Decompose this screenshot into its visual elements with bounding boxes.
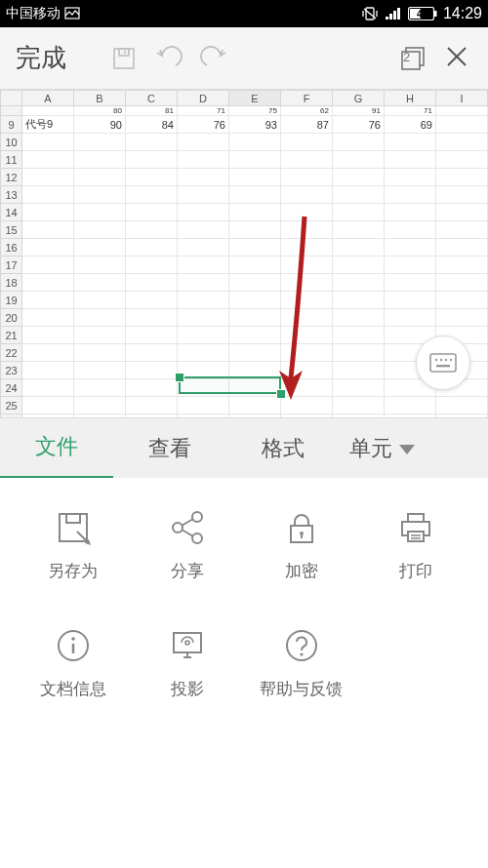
cell[interactable] [333,151,385,169]
cell[interactable] [436,186,488,204]
cell[interactable] [22,256,74,274]
cell[interactable] [126,204,178,221]
cell[interactable] [333,204,385,221]
cell[interactable] [22,239,74,256]
cell[interactable] [333,327,385,344]
cell[interactable] [229,309,281,327]
cell[interactable] [22,414,74,418]
cell[interactable] [22,169,74,186]
row-header[interactable]: 23 [1,362,22,379]
cell[interactable]: 93 [229,116,281,134]
cell[interactable]: 91 [333,106,385,116]
cell[interactable] [74,169,126,186]
pages-icon[interactable]: 2 [390,36,435,81]
col-header-E[interactable]: E [229,91,281,106]
cell[interactable] [333,292,385,309]
cell[interactable] [385,292,436,309]
cell[interactable] [333,169,385,186]
col-header-H[interactable]: H [385,91,436,106]
cell[interactable] [22,327,74,344]
cell[interactable] [178,414,229,418]
cell[interactable]: 71 [385,106,436,116]
menu-help[interactable]: 帮助与反馈 [244,623,358,700]
cell[interactable] [74,292,126,309]
cell[interactable] [436,256,488,274]
cell[interactable] [281,239,333,256]
cell[interactable] [178,239,229,256]
cell[interactable]: 69 [385,116,436,134]
keyboard-fab[interactable] [416,335,470,390]
tab-more[interactable]: 单元 [340,434,488,463]
cell[interactable] [229,204,281,221]
cell[interactable] [385,221,436,239]
cell[interactable] [178,327,229,344]
menu-save-as[interactable]: 另存为 [16,505,130,582]
cell[interactable] [229,327,281,344]
cell[interactable] [385,309,436,327]
cell[interactable] [178,151,229,169]
undo-icon[interactable] [146,36,191,81]
cell[interactable] [22,151,74,169]
cell[interactable] [74,239,126,256]
cell[interactable] [22,344,74,362]
cell[interactable] [74,327,126,344]
cell[interactable]: 75 [229,106,281,116]
row-header[interactable]: 12 [1,169,22,186]
col-header-G[interactable]: G [333,91,385,106]
row-header[interactable]: 21 [1,327,22,344]
col-header-B[interactable]: B [74,91,126,106]
cell[interactable] [333,221,385,239]
cell[interactable] [436,169,488,186]
redo-icon[interactable] [191,36,236,81]
cell[interactable]: 76 [178,116,229,134]
cell[interactable] [281,151,333,169]
cell[interactable] [281,292,333,309]
col-header-F[interactable]: F [281,91,333,106]
cell[interactable] [126,239,178,256]
cell[interactable] [333,134,385,151]
save-icon[interactable] [102,36,146,81]
cell[interactable]: 80 [74,106,126,116]
cell[interactable] [436,239,488,256]
cell[interactable] [281,362,333,379]
row-header[interactable]: 17 [1,256,22,274]
cell[interactable] [178,186,229,204]
cell[interactable] [229,414,281,418]
cell[interactable] [178,134,229,151]
cell[interactable] [74,204,126,221]
menu-print[interactable]: 打印 [358,505,472,582]
cell[interactable] [126,186,178,204]
cell[interactable] [22,134,74,151]
cell[interactable] [126,379,178,397]
cell[interactable] [178,274,229,292]
cell[interactable] [281,397,333,414]
col-header-D[interactable]: D [178,91,229,106]
row-header[interactable]: 9 [1,116,22,134]
cell[interactable] [385,169,436,186]
cell[interactable] [74,186,126,204]
cell[interactable] [385,134,436,151]
cell[interactable] [178,379,229,397]
cell[interactable] [281,256,333,274]
cell[interactable] [436,151,488,169]
col-header-C[interactable]: C [126,91,178,106]
cell[interactable] [229,239,281,256]
cell[interactable] [333,344,385,362]
cell[interactable] [74,379,126,397]
col-header-A[interactable]: A [22,91,74,106]
row-header[interactable]: 20 [1,309,22,327]
cell[interactable] [281,379,333,397]
cell[interactable] [281,274,333,292]
col-header-I[interactable]: I [436,91,488,106]
cell[interactable] [385,397,436,414]
cell[interactable] [178,292,229,309]
cell[interactable] [178,344,229,362]
close-button[interactable] [435,42,478,75]
cell[interactable] [126,134,178,151]
cell[interactable] [281,414,333,418]
cell[interactable] [126,362,178,379]
row-header[interactable]: 11 [1,151,22,169]
cell[interactable] [74,274,126,292]
cell[interactable] [126,169,178,186]
cell[interactable] [333,309,385,327]
